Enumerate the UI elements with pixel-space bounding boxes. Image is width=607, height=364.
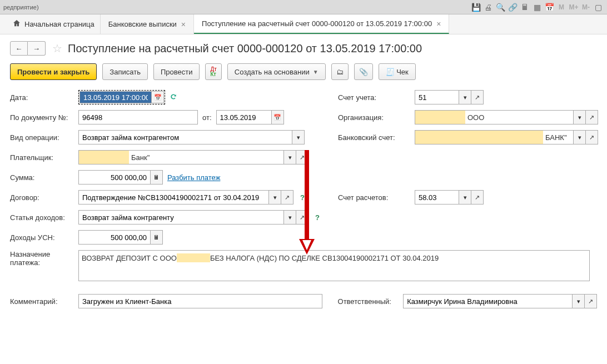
dropdown-icon[interactable]: ▾ <box>459 190 471 205</box>
nav-forward-button[interactable]: → <box>28 41 46 56</box>
close-icon[interactable]: × <box>181 20 186 29</box>
op-type-field[interactable]: ▾ <box>78 130 305 144</box>
minimize-icon[interactable]: ▢ <box>593 2 604 12</box>
amount-input[interactable] <box>78 170 151 185</box>
usn-income-input[interactable] <box>78 230 151 245</box>
dtkt-button[interactable]: ДтКт <box>205 63 221 80</box>
calendar-icon[interactable]: 📅 <box>544 2 555 12</box>
save-icon[interactable]: 💾 <box>470 2 481 12</box>
doc-no-input[interactable] <box>78 110 198 124</box>
calendar-picker-icon[interactable]: 📅 <box>272 110 284 124</box>
structure-button[interactable]: 🗂 <box>331 63 349 80</box>
dropdown-icon[interactable]: ▾ <box>284 150 296 164</box>
dropdown-icon[interactable]: ▾ <box>269 190 281 205</box>
print-icon[interactable]: 🖨 <box>482 2 494 12</box>
doc-date-input[interactable] <box>216 110 272 124</box>
label-by-doc: По документу №: <box>10 113 74 122</box>
account-input[interactable] <box>415 90 459 104</box>
purpose-textarea[interactable] <box>78 250 590 281</box>
system-topbar: редприятие) 💾 🖨 🔍 🔗 🖩 ▦ 📅 M M+ M- ▢ <box>0 0 607 14</box>
dropdown-icon[interactable]: ▾ <box>292 130 305 144</box>
date-field[interactable]: 📅 <box>78 90 165 104</box>
org-field[interactable]: ООО ▾ ↗ <box>415 110 598 124</box>
open-icon[interactable]: ↗ <box>585 294 597 308</box>
account-field[interactable]: ▾ ↗ <box>415 90 484 104</box>
dropdown-icon[interactable]: ▾ <box>574 130 586 144</box>
income-item-field[interactable]: ▾ ↗ <box>78 210 309 225</box>
open-icon[interactable]: ↗ <box>281 190 293 205</box>
refresh-icon[interactable] <box>170 93 177 102</box>
masked-org <box>415 111 465 124</box>
home-icon <box>12 19 21 29</box>
comment-input[interactable] <box>78 294 322 308</box>
grid-icon[interactable]: ▦ <box>531 2 543 12</box>
label-income-item: Статья доходов: <box>10 213 74 222</box>
favorite-star-icon[interactable]: ☆ <box>52 42 62 55</box>
responsible-input[interactable] <box>403 294 573 308</box>
open-icon[interactable]: ↗ <box>471 90 484 104</box>
m-minus-button[interactable]: M- <box>580 2 591 12</box>
tab-label: Банковские выписки <box>108 20 177 28</box>
topbar-tools: 💾 🖨 🔍 🔗 🖩 ▦ 📅 M M+ M- ▢ <box>470 2 604 12</box>
settle-account-field[interactable]: ▾ ↗ <box>415 190 484 205</box>
page-title: Поступление на расчетный счет 0000-00012… <box>68 42 422 55</box>
open-icon[interactable]: ↗ <box>296 210 309 225</box>
dropdown-icon[interactable]: ▾ <box>573 294 585 308</box>
label-payer: Плательщик: <box>10 153 74 162</box>
doc-date-field[interactable]: 📅 <box>216 110 284 124</box>
nav-back-button[interactable]: ← <box>10 41 28 56</box>
doc-no-field[interactable] <box>78 110 198 124</box>
create-based-on-button[interactable]: Создать на основании▼ <box>227 63 326 80</box>
masked-payer <box>79 151 129 164</box>
label-comment: Комментарий: <box>10 297 74 306</box>
tab-current-document[interactable]: Поступление на расчетный счет 0000-00012… <box>194 14 449 34</box>
tab-bank-statements[interactable]: Банковские выписки × <box>101 14 194 34</box>
m-button[interactable]: M <box>556 2 567 12</box>
dropdown-icon[interactable]: ▾ <box>459 90 471 104</box>
op-type-input[interactable] <box>78 130 292 144</box>
check-button[interactable]: 🧾 Чек <box>379 63 416 80</box>
split-payment-link[interactable]: Разбить платеж <box>167 173 220 182</box>
amount-field[interactable]: 🖩 <box>78 170 163 185</box>
open-icon[interactable]: ↗ <box>586 110 598 124</box>
contract-input[interactable] <box>78 190 269 205</box>
help-icon[interactable]: ? <box>315 213 320 222</box>
search-icon[interactable]: 🔍 <box>495 2 506 12</box>
post-button[interactable]: Провести <box>153 63 200 80</box>
label-account: Счет учета: <box>338 93 410 102</box>
dropdown-icon[interactable]: ▾ <box>574 110 586 124</box>
save-button[interactable]: Записать <box>102 63 148 80</box>
label-usn-income: Доходы УСН: <box>10 233 74 242</box>
calc-icon[interactable]: 🖩 <box>151 230 163 245</box>
m-plus-button[interactable]: M+ <box>568 2 579 12</box>
calendar-picker-icon[interactable]: 📅 <box>152 91 164 103</box>
responsible-field[interactable]: ▾ ↗ <box>403 294 597 308</box>
label-date: Дата: <box>10 93 74 102</box>
dropdown-icon[interactable]: ▾ <box>284 210 296 225</box>
calc-icon[interactable]: 🖩 <box>151 170 163 185</box>
settle-account-input[interactable] <box>415 190 459 205</box>
tab-home[interactable]: Начальная страница <box>7 14 101 34</box>
payer-field[interactable]: Банк" ▾ ↗ <box>78 150 309 164</box>
attach-button[interactable]: 📎 <box>354 63 373 80</box>
comment-field[interactable] <box>78 294 322 308</box>
open-icon[interactable]: ↗ <box>296 150 309 164</box>
income-item-input[interactable] <box>78 210 284 225</box>
calc-icon[interactable]: 🖩 <box>519 2 530 12</box>
usn-income-field[interactable]: 🖩 <box>78 230 163 245</box>
date-input[interactable] <box>79 91 152 103</box>
label-contract: Договор: <box>10 193 74 202</box>
link-icon[interactable]: 🔗 <box>507 2 518 12</box>
document-content: ← → ☆ Поступление на расчетный счет 0000… <box>0 34 607 364</box>
post-and-close-button[interactable]: Провести и закрыть <box>10 63 97 80</box>
label-from: от: <box>202 113 212 122</box>
contract-field[interactable]: ▾ ↗ <box>78 190 293 205</box>
help-icon[interactable]: ? <box>300 193 305 202</box>
tab-home-label: Начальная страница <box>24 20 94 28</box>
close-icon[interactable]: × <box>436 19 441 28</box>
label-responsible: Ответственный: <box>338 297 399 306</box>
bank-account-field[interactable]: БАНК" ▾ ↗ <box>415 130 598 144</box>
tab-label: Поступление на расчетный счет 0000-00012… <box>202 19 432 28</box>
open-icon[interactable]: ↗ <box>471 190 484 205</box>
open-icon[interactable]: ↗ <box>586 130 598 144</box>
